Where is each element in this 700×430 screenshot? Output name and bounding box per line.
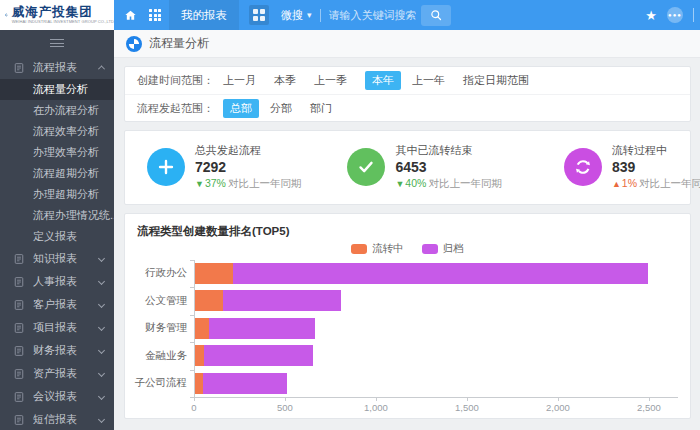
chart-title: 流程类型创建数量排名(TOP5) xyxy=(137,224,678,239)
bar-segment-归档 xyxy=(209,318,315,339)
sidebar-section-3[interactable]: 客户报表 xyxy=(0,293,114,316)
bar-segment-归档 xyxy=(233,263,648,284)
filter-option-0-4[interactable]: 上一年 xyxy=(412,73,445,88)
y-axis-tick xyxy=(190,370,194,371)
hamburger-icon xyxy=(50,39,64,47)
legend-item-1[interactable]: 归档 xyxy=(422,242,464,256)
sidebar-section-4[interactable]: 项目报表 xyxy=(0,316,114,339)
more-options-icon[interactable]: ●●● xyxy=(667,7,683,23)
apps-grid-icon[interactable] xyxy=(149,9,161,21)
sidebar: 流程报表流程量分析在办流程分析流程效率分析办理效率分析流程超期分析办理超期分析流… xyxy=(0,30,114,430)
bar-segment-流转中 xyxy=(195,290,223,311)
sidebar-section-0[interactable]: 流程报表 xyxy=(0,56,114,79)
bar-row-3 xyxy=(195,342,678,370)
sidebar-section-6[interactable]: 资产报表 xyxy=(0,362,114,385)
bar-segment-归档 xyxy=(204,345,313,366)
chart-bars xyxy=(194,260,678,398)
chevron-down-icon xyxy=(98,278,105,285)
chart-y-axis-labels: 行政办公公文管理财务管理金融业务子公司流程 xyxy=(137,260,187,398)
search-divider xyxy=(320,9,321,22)
chevron-down-icon xyxy=(98,347,105,354)
search-input[interactable]: 请输入关键词搜索 xyxy=(329,8,417,23)
page-title-icon xyxy=(126,36,142,52)
sidebar-item-0-4[interactable]: 流程超期分析 xyxy=(0,163,114,184)
wesearch-dropdown[interactable]: 微搜 ▾ xyxy=(281,8,312,23)
check-icon xyxy=(347,148,385,186)
kpi-label: 流转过程中 xyxy=(612,144,700,158)
kpi-value: 6453 xyxy=(395,159,501,177)
filter-option-1-0[interactable]: 总部 xyxy=(223,99,259,118)
filter-option-1-2[interactable]: 部门 xyxy=(310,101,332,116)
sidebar-section-2[interactable]: 人事报表 xyxy=(0,270,114,293)
y-axis-label-1: 公文管理 xyxy=(137,287,187,315)
report-icon xyxy=(13,345,25,357)
chart-panel: 流程类型创建数量排名(TOP5) 流转中归档 行政办公公文管理财务管理金融业务子… xyxy=(124,213,691,419)
page-title: 流程量分析 xyxy=(149,35,209,52)
stacked-bar-1 xyxy=(195,290,678,311)
chart-legend: 流转中归档 xyxy=(137,242,678,256)
kpi-trend-percent: 40% xyxy=(405,177,426,189)
topbar-end-divider xyxy=(693,8,694,22)
y-axis-tick xyxy=(190,287,194,288)
sidebar-section-label: 财务报表 xyxy=(33,343,99,358)
filter-option-0-1[interactable]: 本季 xyxy=(274,73,296,88)
main-area: 流程量分析 创建时间范围：上一月本季上一季本年上一年指定日期范围流程发起范围：总… xyxy=(114,30,700,430)
kpi-trend-percent: 1% xyxy=(622,177,637,189)
app-header: 威海产投集团 WEIHAI INDUSTRIAL INVESTMENT GROU… xyxy=(0,0,700,30)
sidebar-item-0-7[interactable]: 定义报表 xyxy=(0,226,114,247)
sidebar-section-5[interactable]: 财务报表 xyxy=(0,339,114,362)
sidebar-item-0-0[interactable]: 流程量分析 xyxy=(0,79,114,100)
widgets-icon[interactable] xyxy=(249,5,269,25)
brand-logo-icon xyxy=(5,4,8,26)
y-axis-tick xyxy=(190,260,194,261)
filter-option-0-3[interactable]: 本年 xyxy=(365,71,401,90)
filter-panel: 创建时间范围：上一月本季上一季本年上一年指定日期范围流程发起范围：总部分部部门 xyxy=(124,66,691,122)
filter-row-0: 创建时间范围：上一月本季上一季本年上一年指定日期范围 xyxy=(125,67,690,94)
tab-my-reports[interactable]: 我的报表 xyxy=(169,0,239,30)
sidebar-item-0-5[interactable]: 办理超期分析 xyxy=(0,184,114,205)
kpi-trend: ▲1%对比上一年同期 xyxy=(612,177,700,190)
report-icon xyxy=(13,414,25,426)
kpi-0: 总共发起流程7292▼37%对比上一年同期 xyxy=(125,144,301,191)
report-icon xyxy=(13,368,25,380)
bar-row-2 xyxy=(195,315,678,343)
page-title-bar: 流程量分析 xyxy=(114,30,700,58)
sidebar-item-0-2[interactable]: 流程效率分析 xyxy=(0,121,114,142)
legend-label: 归档 xyxy=(443,242,464,256)
x-axis-tick xyxy=(467,398,468,401)
report-icon xyxy=(13,276,25,288)
chevron-down-icon xyxy=(98,370,105,377)
filter-row-1: 流程发起范围：总部分部部门 xyxy=(125,94,690,121)
sidebar-section-8[interactable]: 短信报表 xyxy=(0,408,114,430)
filter-option-0-5[interactable]: 指定日期范围 xyxy=(463,73,529,88)
sidebar-section-label: 流程报表 xyxy=(33,60,99,75)
sidebar-section-1[interactable]: 知识报表 xyxy=(0,247,114,270)
content: 创建时间范围：上一月本季上一季本年上一年指定日期范围流程发起范围：总部分部部门 … xyxy=(114,58,700,430)
x-axis-tick xyxy=(194,398,195,401)
kpi-trend: ▼37%对比上一年同期 xyxy=(195,177,301,190)
sidebar-section-7[interactable]: 会议报表 xyxy=(0,385,114,408)
kpi-value: 839 xyxy=(612,159,700,177)
filter-option-0-0[interactable]: 上一月 xyxy=(223,73,256,88)
sidebar-collapse-button[interactable] xyxy=(0,30,114,56)
home-icon[interactable] xyxy=(124,9,137,22)
bar-segment-流转中 xyxy=(195,373,203,394)
kpi-label: 其中已流转结束 xyxy=(395,144,501,158)
sidebar-section-label: 项目报表 xyxy=(33,320,99,335)
y-axis-tick xyxy=(190,342,194,343)
search-button[interactable] xyxy=(421,5,451,26)
filter-option-0-2[interactable]: 上一季 xyxy=(314,73,347,88)
filter-option-1-1[interactable]: 分部 xyxy=(270,101,292,116)
favorite-star-icon[interactable]: ★ xyxy=(645,8,657,23)
top-navigation-bar: 我的报表 微搜 ▾ 请输入关键词搜索 ★ ●●● xyxy=(114,0,700,30)
sidebar-item-0-3[interactable]: 办理效率分析 xyxy=(0,142,114,163)
sidebar-nav: 流程报表流程量分析在办流程分析流程效率分析办理效率分析流程超期分析办理超期分析流… xyxy=(0,56,114,430)
legend-item-0[interactable]: 流转中 xyxy=(351,242,404,256)
kpi-compare-text: 对比上一年同期 xyxy=(228,177,302,189)
legend-label: 流转中 xyxy=(372,242,404,256)
trend-up-icon: ▲ xyxy=(612,179,621,189)
sidebar-item-0-1[interactable]: 在办流程分析 xyxy=(0,100,114,121)
bar-segment-归档 xyxy=(223,290,341,311)
kpi-label: 总共发起流程 xyxy=(195,144,301,158)
sidebar-item-0-6[interactable]: 流程办理情况统... xyxy=(0,205,114,226)
